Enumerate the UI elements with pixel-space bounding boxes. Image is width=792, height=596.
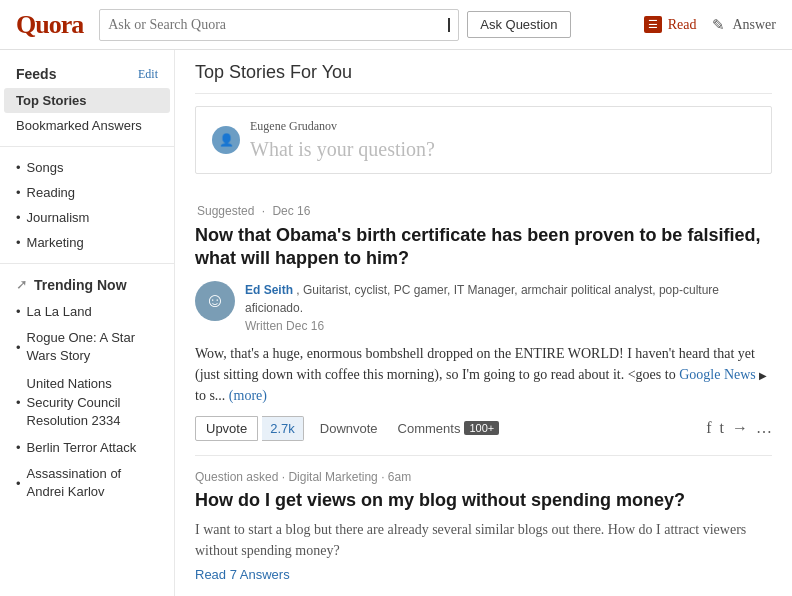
story1-meta-dot: · — [262, 204, 269, 218]
story1-author-avatar: ☺ — [195, 281, 235, 321]
more-options-icon[interactable]: … — [756, 419, 772, 437]
facebook-icon[interactable]: f — [706, 419, 711, 437]
sidebar-item-reading[interactable]: Reading — [0, 180, 174, 205]
story2-meta-topic: Digital Marketing — [288, 470, 377, 484]
story1-meta-suggested: Suggested — [197, 204, 254, 218]
ask-box-username: Eugene Grudanov — [250, 119, 755, 134]
story1-text-link[interactable]: Google News — [679, 367, 756, 382]
feeds-label: Feeds — [16, 66, 56, 82]
search-input[interactable] — [108, 17, 447, 33]
story1-more-link[interactable]: (more) — [229, 388, 267, 403]
story-card-1: Suggested · Dec 16 Now that Obama's birt… — [195, 190, 772, 456]
ask-box[interactable]: 👤 Eugene Grudanov What is your question? — [195, 106, 772, 174]
story1-meta-date: Dec 16 — [272, 204, 310, 218]
logo[interactable]: Quora — [16, 10, 83, 40]
story1-author-name[interactable]: Ed Seith — [245, 283, 293, 297]
story2-meta: Question asked · Digital Marketing · 6am — [195, 470, 772, 484]
sidebar-item-songs[interactable]: Songs — [0, 155, 174, 180]
story-card-2: Question asked · Digital Marketing · 6am… — [195, 456, 772, 596]
ask-box-avatar: 👤 — [212, 126, 240, 154]
header: Quora Ask Question ☰ Read ✎ Answer — [0, 0, 792, 50]
content: Top Stories For You 👤 Eugene Grudanov Wh… — [175, 50, 792, 596]
story1-author-info: Ed Seith , Guitarist, cyclist, PC gamer,… — [245, 281, 772, 335]
story1-share-actions: f t → … — [706, 419, 772, 437]
twitter-icon[interactable]: t — [720, 419, 724, 437]
story1-author-row: ☺ Ed Seith , Guitarist, cyclist, PC game… — [195, 281, 772, 335]
sidebar-item-journalism[interactable]: Journalism — [0, 205, 174, 230]
story2-text: I want to start a blog but there are alr… — [195, 519, 772, 561]
nav-read[interactable]: ☰ Read — [644, 16, 697, 33]
search-bar[interactable] — [99, 9, 459, 41]
trending-item-unresolution[interactable]: United Nations Security Council Resoluti… — [0, 370, 174, 435]
story2-meta-question: Question asked — [195, 470, 278, 484]
story2-meta-time: 6am — [388, 470, 411, 484]
story1-external-icon: ▶ — [759, 370, 767, 381]
story1-comments-count: 100+ — [464, 421, 499, 435]
story1-downvote-button[interactable]: Downvote — [312, 417, 386, 440]
answer-icon: ✎ — [712, 16, 725, 34]
trending-item-berlin[interactable]: Berlin Terror Attack — [0, 435, 174, 460]
story1-meta: Suggested · Dec 16 — [195, 204, 772, 218]
nav-answer[interactable]: ✎ Answer — [712, 16, 776, 34]
story2-title[interactable]: How do I get views on my blog without sp… — [195, 490, 772, 511]
story1-title-link[interactable]: Now that Obama's birth certificate has b… — [195, 225, 760, 268]
sidebar-item-bookmarked[interactable]: Bookmarked Answers — [0, 113, 174, 138]
story1-text-start: Wow, that's a huge, enormous bombshell d… — [195, 346, 755, 382]
story1-written: Written Dec 16 — [245, 319, 324, 333]
sidebar-divider-1 — [0, 146, 174, 147]
ask-box-placeholder: What is your question? — [250, 138, 755, 161]
share-icon[interactable]: → — [732, 419, 748, 437]
story1-text-end: to s... — [195, 388, 225, 403]
trending-item-rogueone[interactable]: Rogue One: A Star Wars Story — [0, 324, 174, 370]
trending-header: ➚ Trending Now — [0, 272, 174, 299]
feeds-header: Feeds Edit — [0, 62, 174, 88]
story1-upvote-count: 2.7k — [262, 416, 304, 441]
read-icon: ☰ — [644, 16, 662, 33]
ask-box-content: Eugene Grudanov What is your question? — [250, 119, 755, 161]
feeds-edit-link[interactable]: Edit — [138, 67, 158, 82]
story2-meta-dot2: · — [381, 470, 388, 484]
avatar-icon: 👤 — [219, 133, 234, 148]
ask-question-button[interactable]: Ask Question — [467, 11, 570, 38]
avatar-person-icon: ☺ — [205, 289, 225, 312]
sidebar-item-top-stories[interactable]: Top Stories — [4, 88, 170, 113]
trending-label: Trending Now — [34, 277, 127, 293]
story1-author-desc: Guitarist, cyclist, PC gamer, IT Manager… — [245, 283, 719, 315]
story1-actions: Upvote 2.7k Downvote Comments 100+ f t →… — [195, 416, 772, 441]
cursor — [448, 18, 450, 32]
sidebar: Feeds Edit Top Stories Bookmarked Answer… — [0, 50, 175, 596]
main-layout: Feeds Edit Top Stories Bookmarked Answer… — [0, 50, 792, 596]
header-nav: ☰ Read ✎ Answer — [644, 16, 776, 34]
sidebar-item-marketing[interactable]: Marketing — [0, 230, 174, 255]
story2-read-link[interactable]: Read 7 Answers — [195, 567, 772, 582]
trending-item-lalaland[interactable]: La La Land — [0, 299, 174, 324]
section-title: Top Stories For You — [195, 62, 772, 94]
story1-comments-label: Comments — [398, 421, 461, 436]
story1-title[interactable]: Now that Obama's birth certificate has b… — [195, 224, 772, 271]
story1-comments-button[interactable]: Comments 100+ — [390, 417, 508, 440]
sidebar-divider-2 — [0, 263, 174, 264]
story1-text: Wow, that's a huge, enormous bombshell d… — [195, 343, 772, 406]
story1-upvote-button[interactable]: Upvote — [195, 416, 258, 441]
trending-icon: ➚ — [16, 276, 28, 293]
trending-item-karlov[interactable]: Assassination of Andrei Karlov — [0, 460, 174, 506]
